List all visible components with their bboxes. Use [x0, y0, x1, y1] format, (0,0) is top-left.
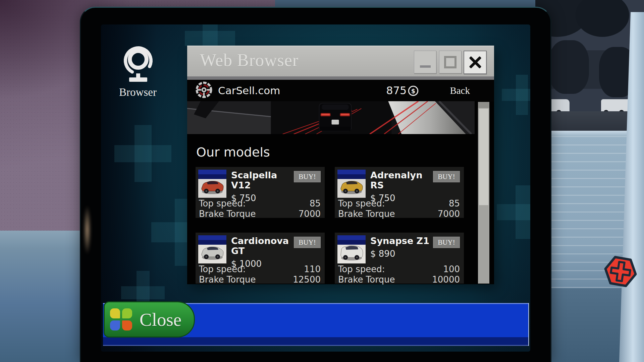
globe-icon: [119, 78, 157, 85]
scrollbar-thumb[interactable]: [479, 109, 488, 205]
steering-wheel-icon: [195, 81, 213, 100]
balance-amount: 875: [386, 84, 407, 97]
minimize-icon: [420, 65, 431, 68]
close-computer-button[interactable]: Close: [104, 301, 195, 338]
bezel-light-glint: [84, 205, 91, 255]
desktop-plus-decoration: [114, 125, 171, 182]
car-name: Cardionova GT: [231, 236, 294, 256]
desktop-plus-decoration: [502, 75, 530, 115]
car-thumbnail: [198, 235, 226, 263]
site-name: CarSell.com: [218, 84, 280, 97]
stat-value: 12500: [293, 275, 321, 285]
buy-button[interactable]: BUY!: [433, 171, 460, 182]
stat-label: Brake Torque: [338, 275, 395, 285]
stat-value: 85: [310, 198, 321, 209]
close-button-label: Close: [140, 309, 181, 330]
browser-content: CarSell.com 875 $ Back: [187, 80, 494, 284]
balance: 875 $: [386, 84, 419, 97]
screen-desktop: Browser Web Browser: [101, 24, 530, 352]
stat-label: Brake Torque: [199, 209, 256, 219]
stat-label: Brake Torque: [199, 275, 256, 285]
stat-value: 110: [304, 264, 321, 275]
monitor: Browser Web Browser: [80, 7, 551, 362]
car-card: Cardionova GT $ 1000 BUY! Top speed:110 …: [196, 233, 325, 284]
stat-value: 10000: [432, 275, 460, 285]
car-card: Synapse Z1 $ 890 BUY! Top speed:100 Brak…: [335, 233, 464, 284]
car-card: Scalpella V12 $ 750 BUY! Top speed:85 Br…: [196, 167, 325, 218]
stat-label: Top speed:: [199, 264, 246, 275]
tree-silhouette: [549, 40, 589, 94]
svg-text:$: $: [411, 87, 415, 95]
car-thumbnail: [337, 235, 366, 263]
minimize-button[interactable]: [414, 51, 436, 73]
stat-label: Top speed:: [338, 264, 385, 275]
buy-button[interactable]: BUY!: [294, 237, 321, 248]
stat-value: 7000: [438, 209, 460, 219]
close-window-button[interactable]: [464, 51, 487, 74]
tree-silhouette: [576, 0, 629, 37]
banner-car-silhouette: [319, 103, 352, 131]
room-window: [535, 0, 644, 362]
car-card: Adrenalyn RS $ 750 BUY! Top speed:85 Bra…: [335, 167, 464, 218]
window-titlebar[interactable]: Web Browser: [187, 46, 494, 76]
window-title: Web Browser: [200, 50, 299, 70]
dollar-coin-icon: $: [408, 84, 419, 97]
desktop-icon-browser[interactable]: Browser: [111, 44, 165, 99]
stat-label: Top speed:: [338, 198, 385, 209]
desktop-plus-decoration: [497, 185, 530, 239]
health-plus-icon: [604, 254, 637, 289]
four-petal-logo-icon: [110, 308, 132, 330]
car-thumbnail: [337, 170, 366, 198]
browser-window: Web Browser: [187, 46, 494, 284]
desktop-icon-label: Browser: [111, 86, 165, 99]
models-grid: Scalpella V12 $ 750 BUY! Top speed:85 Br…: [196, 167, 494, 284]
car-name: Adrenalyn RS: [370, 170, 433, 190]
hero-banner-image: [187, 101, 475, 134]
titlebar-shadow-strip: [187, 76, 494, 80]
models-section: Our models: [187, 145, 494, 284]
scrollbar-track[interactable]: [478, 102, 489, 284]
stat-value: 100: [443, 264, 460, 275]
stat-value: 85: [449, 198, 460, 209]
buy-button[interactable]: BUY!: [294, 171, 321, 182]
section-title: Our models: [196, 145, 494, 160]
car-name: Synapse Z1: [370, 236, 429, 246]
car-price: $ 890: [370, 249, 429, 259]
site-header: CarSell.com 875 $ Back: [187, 80, 494, 101]
maximize-icon: [444, 56, 457, 68]
buy-button[interactable]: BUY!: [433, 237, 460, 248]
stat-value: 7000: [299, 209, 321, 219]
stat-label: Brake Torque: [338, 209, 395, 219]
car-name: Scalpella V12: [231, 170, 294, 190]
close-icon: [468, 55, 483, 70]
car-thumbnail: [198, 170, 226, 198]
back-button[interactable]: Back: [450, 85, 470, 96]
stat-label: Top speed:: [199, 198, 246, 209]
maximize-button[interactable]: [439, 51, 462, 73]
